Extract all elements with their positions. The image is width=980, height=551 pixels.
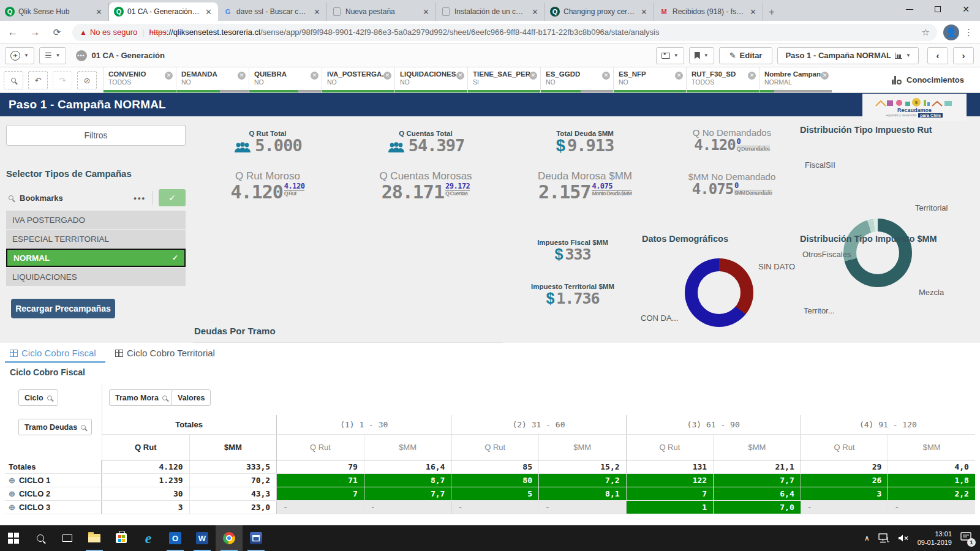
pivot-row-header[interactable]: ⊕CICLO 2	[5, 487, 102, 500]
app-navigation-button[interactable]: ✈ ▼	[5, 47, 34, 64]
security-warning-icon[interactable]: ▲	[80, 28, 87, 37]
expand-row-icon[interactable]: ⊕	[9, 476, 15, 485]
pivot-row-header[interactable]: ⊕CICLO 1	[5, 474, 102, 487]
pivot-subheader[interactable]: Q Rut	[276, 435, 364, 460]
recargar-precampanas-button[interactable]: Recargar Precampañas	[11, 299, 115, 318]
outlook-icon[interactable]: O	[162, 525, 189, 551]
pivot-cell[interactable]: -	[276, 501, 364, 514]
pivot-cell[interactable]: -	[801, 501, 888, 514]
pivot-cell[interactable]: 70,2	[189, 474, 277, 487]
remove-selection-icon[interactable]: ✕	[529, 72, 537, 80]
dimension-button-ciclo[interactable]: Ciclo	[18, 389, 58, 406]
pivot-cell[interactable]: -	[538, 501, 626, 514]
pivot-row-header[interactable]: ⊕CICLO 3	[5, 501, 102, 514]
pivot-cell[interactable]: 29	[801, 460, 888, 473]
pivot-group-header[interactable]: (1) 1 - 30	[276, 415, 451, 434]
column-button-valores[interactable]: Valores	[172, 389, 211, 406]
volume-muted-icon[interactable]	[898, 534, 909, 542]
pivot-cell[interactable]: 122	[626, 474, 714, 487]
pivot-subheader[interactable]: $MM	[189, 435, 277, 460]
selection-chip[interactable]: DEMANDANO✕	[176, 67, 249, 92]
pivot-cell[interactable]: 7	[626, 487, 714, 500]
file-explorer-icon[interactable]	[81, 525, 108, 551]
bookmark-star-icon[interactable]: ☆	[922, 27, 930, 38]
word-icon[interactable]: W	[189, 525, 216, 551]
step-forward-icon[interactable]: ↷	[53, 71, 72, 89]
tab-close-icon[interactable]: ✕	[421, 7, 431, 17]
pivot-cell[interactable]: 333,5	[189, 460, 277, 473]
pivot-cell[interactable]: 4.120	[102, 460, 189, 473]
browser-tab[interactable]: Instalación de un certific✕	[436, 2, 545, 21]
remove-selection-icon[interactable]: ✕	[602, 72, 610, 80]
insights-button[interactable]: Conocimientos	[892, 67, 980, 92]
pivot-subheader[interactable]: $MM	[713, 435, 801, 460]
browser-tab[interactable]: Gdave ssl - Buscar con Go✕	[218, 2, 327, 21]
task-view-icon[interactable]	[54, 525, 81, 551]
selection-chip[interactable]: QUIEBRANO✕	[249, 67, 322, 92]
security-warning-label[interactable]: No es seguro	[90, 28, 137, 37]
smart-search-icon[interactable]	[4, 71, 23, 89]
tab-close-icon[interactable]: ✕	[530, 7, 540, 17]
search-icon[interactable]	[9, 195, 13, 200]
selection-chip[interactable]: LIQUIDACIONESNO✕	[394, 67, 467, 92]
pivot-cell[interactable]: 85	[451, 460, 538, 473]
tab-close-icon[interactable]: ✕	[94, 7, 104, 17]
network-icon[interactable]	[878, 533, 889, 543]
selection-chip[interactable]: TIENE_SAE_PER...SI✕	[467, 67, 540, 92]
start-button[interactable]	[0, 525, 27, 551]
forward-icon[interactable]: →	[26, 23, 44, 42]
remove-selection-icon[interactable]: ✕	[165, 72, 173, 80]
list-item-especial-territorial[interactable]: ESPECIAL TERRITORIAL	[6, 230, 186, 248]
pivot-cell[interactable]: 1.239	[102, 474, 189, 487]
pivot-cell[interactable]: 71	[276, 474, 364, 487]
address-bar[interactable]: ▲ No es seguro | https://qliksensetest.t…	[72, 24, 937, 41]
pivot-cell[interactable]: 2,2	[888, 487, 975, 500]
step-back-icon[interactable]: ↶	[28, 71, 48, 89]
store-icon[interactable]	[108, 525, 135, 551]
impuesto-rut-donut-chart[interactable]	[843, 219, 912, 287]
selection-chip[interactable]: Nombre CampanaNORMAL✕	[759, 67, 832, 92]
new-tab-button[interactable]: +	[763, 4, 780, 21]
clear-selections-icon[interactable]: ⊘	[77, 71, 97, 89]
maximize-button[interactable]	[924, 0, 952, 18]
search-icon[interactable]	[27, 525, 54, 551]
pivot-cell[interactable]: 131	[626, 460, 714, 473]
pivot-cell[interactable]: -	[888, 501, 975, 514]
pivot-cell[interactable]: -	[364, 501, 451, 514]
pivot-cell[interactable]: 7,2	[538, 474, 626, 487]
internet-explorer-icon[interactable]: e	[135, 525, 162, 551]
pivot-cell[interactable]: 43,3	[189, 487, 277, 500]
pivot-subheader[interactable]: $MM	[538, 435, 626, 460]
pivot-subheader[interactable]: Q Rut	[626, 435, 714, 460]
pivot-group-header[interactable]: (2) 31 - 60	[451, 415, 625, 434]
demograficos-donut-chart[interactable]	[685, 258, 753, 327]
pivot-subheader[interactable]: Q Rut	[451, 435, 538, 460]
tray-expand-icon[interactable]: ∧	[864, 534, 870, 542]
remove-selection-icon[interactable]: ✕	[311, 72, 318, 80]
bookmarks-button[interactable]: ▼	[689, 47, 714, 64]
pivot-cell[interactable]: 80	[451, 474, 538, 487]
pivot-subheader[interactable]: Q Rut	[801, 435, 888, 460]
edit-button[interactable]: ✎ Editar	[719, 47, 773, 64]
storytelling-button[interactable]: ▼	[656, 47, 684, 64]
remote-desktop-icon[interactable]: 🗔	[243, 525, 270, 551]
previous-sheet-button[interactable]: ‹	[927, 47, 948, 64]
pivot-group-header[interactable]: (3) 61 - 90	[626, 415, 801, 434]
sheet-selector[interactable]: Paso 1 - Campaña NORMAL ▼	[777, 47, 919, 64]
pivot-cell[interactable]: 79	[276, 460, 364, 473]
close-button[interactable]: ✕	[952, 0, 980, 18]
pivot-subheader[interactable]: $MM	[888, 435, 975, 460]
pivot-cell[interactable]: 8,7	[364, 474, 451, 487]
next-sheet-button[interactable]: ›	[953, 47, 974, 64]
bookmarks-menu-icon[interactable]: •••	[134, 193, 146, 203]
list-item-iva-postergado[interactable]: IVA POSTERGADO	[6, 211, 186, 229]
expand-row-icon[interactable]: ⊕	[9, 489, 15, 498]
browser-menu-icon[interactable]: ⋮	[964, 27, 974, 38]
pivot-group-header[interactable]: Totales	[102, 415, 276, 434]
profile-avatar[interactable]: 👤	[943, 24, 959, 40]
pivot-cell[interactable]: 15,2	[538, 460, 626, 473]
remove-selection-icon[interactable]: ✕	[238, 72, 246, 80]
filtros-button[interactable]: Filtros	[6, 125, 186, 146]
pivot-cell[interactable]: 7,7	[713, 474, 801, 487]
pivot-cell[interactable]: 3	[801, 487, 888, 500]
